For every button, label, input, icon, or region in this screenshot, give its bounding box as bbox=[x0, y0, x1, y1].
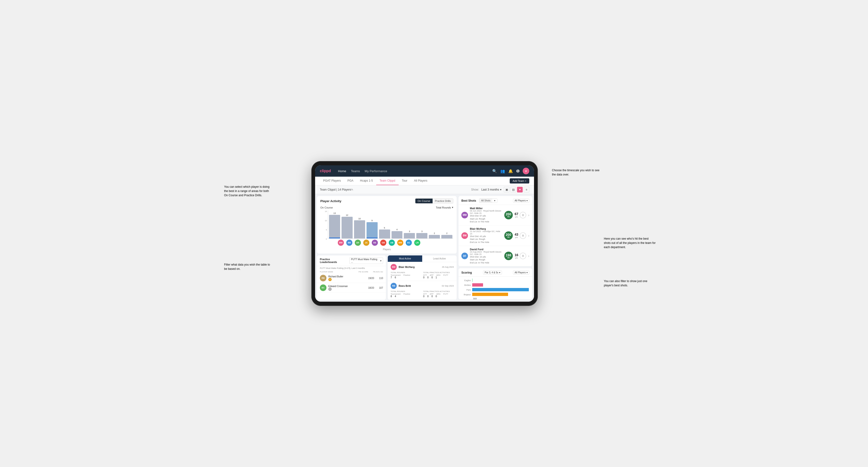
nav-home[interactable]: Home bbox=[338, 169, 346, 173]
active-player-1: BM Blair McHarg 26 Aug 2023 Total Rounds… bbox=[388, 262, 457, 281]
subnav-tour[interactable]: Tour bbox=[399, 177, 411, 185]
avatar-d-ford[interactable]: DF bbox=[355, 240, 361, 246]
bar-a-butler: 3 bbox=[404, 230, 415, 239]
scoring-header: Scoring Par 3, 4 & 5s ▾ All Players ▾ bbox=[459, 268, 532, 277]
main-content: Player Activity On Course Practice Drill… bbox=[315, 194, 534, 302]
tablet-frame: clippd Home Teams My Performance 🔍 👥 🔔 ➊… bbox=[311, 161, 538, 306]
edit-team-icon[interactable]: ✎ bbox=[351, 188, 353, 191]
shot-info-2: Blair McHarg 23 Jul 2023 · Ashridge GC, … bbox=[470, 227, 502, 244]
stats-rounds-2: Total Rounds TournamentPractice 84 bbox=[391, 290, 421, 298]
shot-avatar-3: DF bbox=[461, 253, 468, 259]
practice-drills-toggle[interactable]: Practice Drills bbox=[433, 198, 453, 203]
subnav-pga[interactable]: PGA bbox=[344, 177, 356, 185]
avatar-e-crossman[interactable]: EC bbox=[406, 240, 412, 246]
on-course-toggle[interactable]: On Course bbox=[415, 198, 433, 203]
label-bogeys: Bogeys bbox=[461, 293, 471, 296]
player-activity-card: Player Activity On Course Practice Drill… bbox=[317, 196, 457, 253]
shot-chevron-2[interactable]: › bbox=[528, 234, 529, 238]
leaderboard-columns: PLAYER NAME PB SCORE PB AVG SG bbox=[317, 270, 386, 273]
player-avg-1: 110 bbox=[376, 277, 383, 280]
subnav-team-clippd[interactable]: Team Clippd bbox=[376, 177, 399, 185]
tab-best[interactable]: ▾ bbox=[492, 198, 497, 203]
rounds-title-1: Total Rounds bbox=[391, 272, 421, 274]
x-axis-label: Players bbox=[320, 248, 453, 252]
shot-badge-1: 200 SG bbox=[504, 211, 513, 219]
app-logo: clippd bbox=[320, 169, 331, 173]
rank-badge-1: 1 bbox=[328, 278, 332, 281]
bar-pars: 499 bbox=[472, 288, 529, 292]
bar-eagles: 3 bbox=[472, 279, 529, 282]
most-active-header: Most Active Least Active bbox=[388, 255, 457, 262]
total-rounds-dropdown[interactable]: Total Rounds ▾ bbox=[436, 206, 453, 209]
shot-details-1: 09 Jun 2023 · Royal North Devon GC, Hole… bbox=[470, 210, 502, 214]
best-shots-card: Best Shots All Shots ▾ All Players ▾ bbox=[459, 196, 532, 266]
time-select-dropdown[interactable]: Last 3 months ▾ bbox=[482, 188, 501, 191]
avatar-e-ebert[interactable]: EE bbox=[372, 240, 378, 246]
shots-tab-group: All Shots ▾ bbox=[479, 198, 497, 203]
player-info-1: Richard Butler 1 bbox=[328, 275, 364, 281]
active-player-2: RB Rees Britt 02 Sep 2023 Total Rounds T… bbox=[388, 281, 457, 300]
view-grid-button[interactable]: ▤ bbox=[510, 187, 516, 192]
avatar-m-miller[interactable]: MM bbox=[397, 240, 403, 246]
shot-stat-1: Shot Dist: 67 ydsStart Lie: RoughEnd Lie… bbox=[470, 214, 502, 223]
avatar-j-coles[interactable]: JC bbox=[363, 240, 369, 246]
shot-avatar-2: BM bbox=[461, 232, 468, 239]
bar-j-coles: 9 bbox=[367, 219, 378, 239]
activity-subtitle: On Course Total Rounds ▾ bbox=[317, 205, 457, 210]
bar-g-billingham: 4 bbox=[392, 228, 403, 239]
view-heart-button[interactable]: ♥ bbox=[517, 187, 523, 192]
tab-most-active[interactable]: Most Active bbox=[388, 255, 422, 262]
shot-chevron-3[interactable]: › bbox=[528, 254, 529, 258]
user-avatar[interactable]: U bbox=[523, 168, 529, 174]
annotation-left-bottom: Filter what data you wish the table to b… bbox=[224, 262, 270, 271]
active-stats-1: Total Rounds TournamentPractice 76 bbox=[391, 272, 454, 279]
team-header-right: Show: Last 3 months ▾ ▣ ▤ ♥ ≡ bbox=[471, 187, 529, 192]
shot-metrics-2: 43 yds 0 bbox=[515, 232, 526, 239]
subnav-pgat[interactable]: PGAT Players bbox=[320, 177, 344, 185]
bar-b-mcharg: 13 bbox=[329, 212, 340, 239]
avatar-l-robertson[interactable]: LR bbox=[414, 240, 420, 246]
scoring-row-eagles: Eagles 3 bbox=[461, 279, 529, 282]
shot-avatar-1: MM bbox=[461, 212, 468, 218]
subnav-hcaps[interactable]: Hcaps 1-5 bbox=[356, 177, 376, 185]
search-icon[interactable]: 🔍 bbox=[492, 169, 497, 173]
active-player-name-1: Blair McHarg bbox=[399, 266, 415, 269]
scoring-par-dropdown[interactable]: Par 3, 4 & 5s ▾ bbox=[483, 271, 502, 275]
subnav-all-players[interactable]: All Players bbox=[411, 177, 431, 185]
leaderboard-row-2[interactable]: EC Edward Crossman 2 18/20 107 bbox=[317, 283, 386, 293]
view-list-button[interactable]: ≡ bbox=[524, 187, 529, 192]
label-pars: Pars bbox=[461, 289, 471, 291]
scoring-players-dropdown[interactable]: All Players ▾ bbox=[513, 271, 529, 275]
nav-my-performance[interactable]: My Performance bbox=[365, 169, 387, 173]
leaderboard-avatar-1: RB bbox=[320, 275, 327, 281]
avatar-g-billingham[interactable]: GB bbox=[380, 240, 386, 246]
shot-item-3[interactable]: DF David Ford 24 Aug 2023 · Royal North … bbox=[459, 246, 532, 267]
avatar-a-butler[interactable]: AB bbox=[389, 240, 395, 246]
tab-all-shots[interactable]: All Shots bbox=[479, 198, 492, 203]
scoring-card: Scoring Par 3, 4 & 5s ▾ All Players ▾ bbox=[459, 268, 532, 299]
shot-badge-3: 198 SG bbox=[504, 252, 513, 260]
shot-item-1[interactable]: MM Matt Miller 09 Jun 2023 · Royal North… bbox=[459, 205, 532, 225]
tab-least-active[interactable]: Least Active bbox=[422, 255, 457, 262]
rounds-sub-labels-1: TournamentPractice bbox=[391, 274, 421, 276]
leaderboard-dropdown[interactable]: PUTT Must Make Putting ... ▾ bbox=[349, 257, 383, 264]
shot-stat-2: Shot Dist: 43 ydsStart Lie: RoughEnd Lie… bbox=[470, 235, 502, 244]
plus-circle-icon[interactable]: ➊ bbox=[516, 169, 519, 173]
bell-icon[interactable]: 🔔 bbox=[508, 169, 513, 173]
scoring-chart: Eagles 3 Birdies bbox=[459, 277, 532, 299]
avatar-b-mcharg[interactable]: BM bbox=[338, 240, 344, 246]
avatar-b-britt[interactable]: BB bbox=[346, 240, 352, 246]
players-filter-dropdown[interactable]: All Players ▾ bbox=[513, 198, 529, 203]
practice-values-1: 0001 bbox=[423, 276, 454, 279]
shot-item-2[interactable]: BM Blair McHarg 23 Jul 2023 · Ashridge G… bbox=[459, 225, 532, 246]
users-icon[interactable]: 👥 bbox=[500, 169, 505, 173]
view-grid2-button[interactable]: ▣ bbox=[504, 187, 509, 192]
scoring-row-bogeys: Bogeys 315 bbox=[461, 293, 529, 297]
bar-b-britt: 12 bbox=[342, 214, 352, 239]
nav-icons: 🔍 👥 🔔 ➊ U bbox=[492, 168, 529, 174]
nav-teams[interactable]: Teams bbox=[351, 169, 360, 173]
player-info-2: Edward Crossman 2 bbox=[328, 285, 364, 291]
leaderboard-row-1[interactable]: RB Richard Butler 1 19/20 110 bbox=[317, 273, 386, 283]
add-team-button[interactable]: Add Team + bbox=[510, 178, 529, 184]
shot-chevron-1[interactable]: › bbox=[528, 213, 529, 217]
